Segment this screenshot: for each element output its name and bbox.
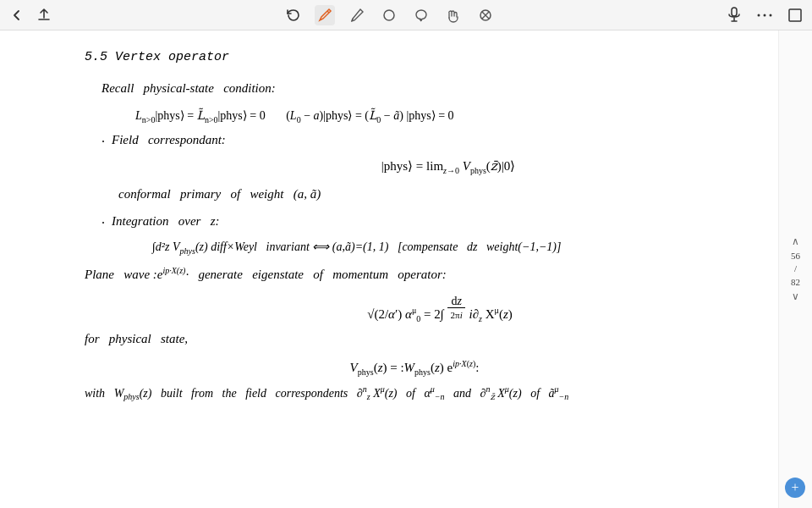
hand-tool-button[interactable] [443,5,464,25]
bullet1-text: Field correspondant: [112,133,226,147]
pen-tool-button[interactable] [315,5,335,25]
conformal-primary-line: conformal primary of weight (a, ã) [118,184,744,204]
equation-4: √(2/α′) αμ0 = 2∫ dz2πi i∂z Xμ(z) [135,295,744,323]
undo-button[interactable] [283,5,303,25]
page-down-button[interactable]: ∨ [792,290,799,303]
total-pages: 82 [791,277,800,287]
bullet2-text: Integration over z: [112,214,220,229]
document-area: 5.5 Vertex operator Recall physical-stat… [0,30,778,508]
add-page-button[interactable]: + [785,478,805,498]
equation-2: |phys⟩ = limz→0 Vphys(z̄)|0⟩ [152,158,744,175]
equation-5: Vphys(z) = :Wphys(z) eip·X(z): [85,359,744,377]
right-sidebar: ∧ 56 / 82 ∨ + [778,30,812,508]
bullet-field-correspondant: · Field correspondant: [102,133,744,150]
page-info: 56 / 82 [791,250,800,289]
svg-rect-2 [732,8,737,16]
microphone-button[interactable] [724,5,744,25]
toolbar [0,0,812,30]
plane-wave-line: Plane wave :eip·X(z)· generate eigenstat… [85,264,744,284]
lasso-tool-button[interactable] [411,5,431,25]
svg-rect-6 [789,9,801,21]
section-title: 5.5 Vertex operator [85,47,744,68]
circle-tool-button[interactable] [379,5,399,25]
bullet-dot-2: · [102,216,105,231]
back-button[interactable] [7,5,27,25]
toolbar-right [724,5,805,25]
svg-point-3 [758,14,760,16]
svg-point-4 [764,14,766,16]
more-options-button[interactable] [754,5,775,25]
for-physical-state: for physical state, [85,329,744,349]
page-navigation: ∧ 56 / 82 ∨ [791,235,800,303]
share-button[interactable] [34,5,54,25]
pages-view-button[interactable] [785,5,805,25]
svg-point-5 [770,14,772,16]
marker-tool-button[interactable] [475,5,496,25]
pencil-tool-button[interactable] [347,5,367,25]
recall-line: Recall physical-state condition: [102,78,744,98]
toolbar-center [283,5,496,25]
page-up-button[interactable]: ∧ [792,235,799,248]
bullet-dot-1: · [102,135,105,150]
equation-3: ∫d²z Vphys(z) diff×Weyl invariant ⟺ (a,ã… [152,240,744,256]
with-line: with Wphys(z) built from the field corre… [85,382,744,404]
svg-point-0 [384,10,394,20]
main-content: 5.5 Vertex operator Recall physical-stat… [0,30,812,508]
equation-1: Ln>0|phys⟩ = L̃n>0|phys⟩ = 0 (L0 − a)|ph… [135,108,744,124]
page-separator: / [794,263,797,273]
current-page: 56 [791,251,800,261]
toolbar-left [7,5,54,25]
bullet-integration: · Integration over z: [102,214,744,231]
